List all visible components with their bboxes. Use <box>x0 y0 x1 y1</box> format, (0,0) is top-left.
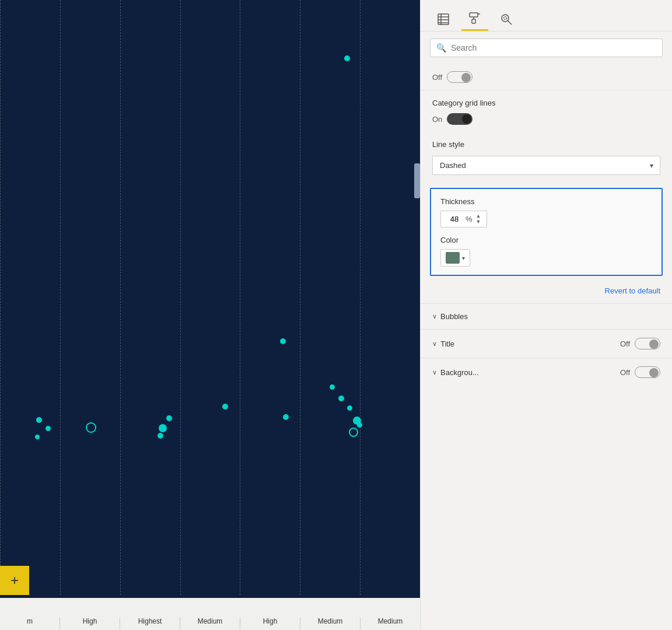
panel-content: Off Category grid lines On <box>421 64 672 630</box>
line-style-wrapper: Dashed Solid Dotted ▾ <box>432 156 660 175</box>
chart-label: Medium <box>360 617 420 630</box>
search-icon: 🔍 <box>436 43 446 52</box>
title-section-left: ∨ Title <box>432 340 454 348</box>
spinner-up[interactable]: ▲ <box>475 214 482 219</box>
data-dot <box>357 422 362 428</box>
on-toggle-label: On <box>432 115 442 124</box>
bubbles-section[interactable]: ∨ Bubbles <box>421 303 672 329</box>
title-label: Title <box>440 340 454 348</box>
background-toggle-thumb <box>649 368 659 377</box>
revert-link[interactable]: Revert to default <box>421 281 672 303</box>
data-dot <box>330 384 335 390</box>
chart-panel: m High Highest Medium High Medium Medium… <box>0 0 420 630</box>
search-box[interactable]: 🔍 <box>430 38 663 57</box>
title-toggle[interactable] <box>635 338 660 349</box>
tab-format[interactable] <box>461 7 488 31</box>
line-style-dropdown[interactable]: Dashed Solid Dotted <box>432 156 660 175</box>
background-toggle-label: Off <box>620 368 630 377</box>
data-dot <box>222 404 228 410</box>
on-toggle-container: On <box>432 113 660 125</box>
thickness-label: Thickness <box>440 197 652 206</box>
format-panel: 🔍 Off Category grid lines On <box>420 0 672 630</box>
tab-analytics[interactable] <box>493 8 520 30</box>
off-toggle[interactable] <box>447 71 473 83</box>
panel-tabs <box>421 0 672 32</box>
thickness-input-box[interactable]: % ▲ ▼ <box>440 211 487 228</box>
title-toggle-container: Off <box>620 338 660 349</box>
off-toggle-row: Off <box>421 64 672 90</box>
data-dot <box>338 396 344 401</box>
off-toggle-track <box>447 71 473 83</box>
background-label: Backgrou... <box>440 368 479 377</box>
svg-rect-5 <box>470 13 478 17</box>
chart-label: Medium <box>300 617 360 630</box>
bubbles-label: Bubbles <box>440 312 468 321</box>
data-dot <box>86 422 96 433</box>
off-toggle-container: Off <box>432 71 473 83</box>
swatch-dropdown-icon: ▾ <box>462 255 465 261</box>
data-dot <box>166 415 172 421</box>
grid-line <box>120 0 180 595</box>
svg-point-11 <box>504 16 507 19</box>
on-toggle[interactable] <box>447 113 473 125</box>
svg-line-10 <box>508 20 512 24</box>
color-swatch-row: ▾ <box>440 249 652 267</box>
grid-line <box>180 0 240 595</box>
background-section[interactable]: ∨ Backgrou... Off <box>421 358 672 386</box>
svg-rect-7 <box>472 19 475 23</box>
search-input[interactable] <box>451 43 656 52</box>
chart-label: m <box>0 617 60 630</box>
background-section-left: ∨ Backgrou... <box>432 368 479 377</box>
chart-label: High <box>240 617 300 630</box>
scroll-handle[interactable] <box>414 163 420 198</box>
grid-line <box>60 0 120 595</box>
thickness-pct-label: % <box>466 215 473 223</box>
data-dot <box>158 433 163 439</box>
thickness-input[interactable] <box>446 215 463 223</box>
line-style-select[interactable]: Dashed Solid Dotted <box>440 161 653 170</box>
grid-line <box>300 0 360 595</box>
title-toggle-label: Off <box>620 340 630 348</box>
thickness-color-box: Thickness % ▲ ▼ Color ▾ <box>430 188 663 276</box>
data-dot <box>35 435 40 439</box>
color-swatch <box>446 252 460 264</box>
add-button[interactable]: + <box>0 566 29 595</box>
chart-label: Medium <box>180 617 240 630</box>
data-dot <box>280 338 286 344</box>
tab-fields[interactable] <box>430 8 457 30</box>
line-style-dropdown-container: Dashed Solid Dotted ▾ <box>421 152 672 183</box>
chart-label: High <box>60 617 120 630</box>
title-section[interactable]: ∨ Title Off <box>421 329 672 358</box>
data-dot <box>36 417 42 423</box>
data-dot <box>283 414 289 420</box>
color-swatch-button[interactable]: ▾ <box>440 249 470 267</box>
grid-line <box>240 0 300 595</box>
data-dot <box>347 405 352 411</box>
chart-labels: m High Highest Medium High Medium Medium <box>0 598 420 630</box>
data-dot <box>349 428 358 437</box>
background-toggle[interactable] <box>635 366 660 378</box>
grid-lines <box>0 0 420 595</box>
spinner-buttons: ▲ ▼ <box>475 214 482 225</box>
bubbles-section-left: ∨ Bubbles <box>432 312 468 321</box>
line-style-heading: Line style <box>421 132 672 152</box>
thickness-input-row: % ▲ ▼ <box>440 211 652 228</box>
background-toggle-track <box>635 366 660 378</box>
category-grid-lines-heading: Category grid lines <box>421 90 672 111</box>
data-dot <box>46 426 51 431</box>
spinner-down[interactable]: ▼ <box>475 219 482 225</box>
grid-line <box>0 0 60 595</box>
grid-line <box>360 0 420 595</box>
off-toggle-label: Off <box>432 73 442 82</box>
on-toggle-thumb <box>462 114 471 124</box>
title-toggle-track <box>635 338 660 349</box>
title-chevron-icon: ∨ <box>432 340 437 348</box>
background-toggle-container: Off <box>620 366 660 378</box>
svg-point-9 <box>502 15 509 22</box>
on-toggle-track <box>447 113 473 125</box>
title-toggle-thumb <box>649 340 659 349</box>
data-dot <box>159 424 167 432</box>
bubbles-chevron-icon: ∨ <box>432 313 437 320</box>
on-toggle-row: On <box>421 111 672 132</box>
off-toggle-thumb <box>461 73 471 82</box>
